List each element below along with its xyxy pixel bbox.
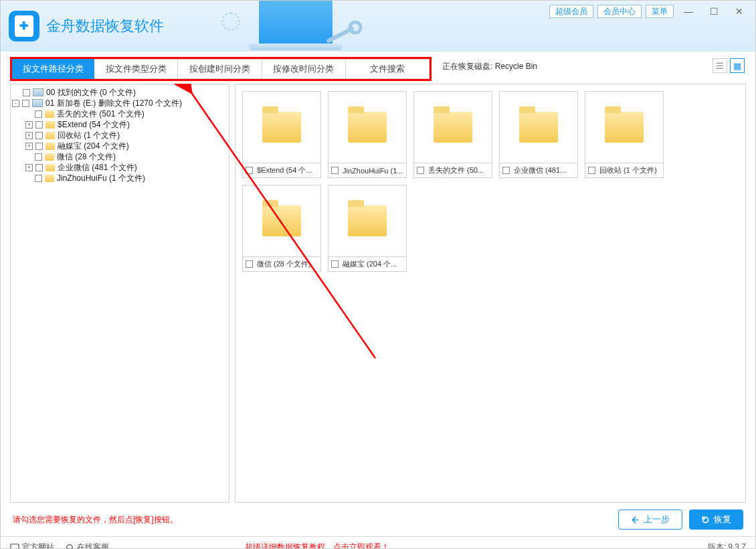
tree-label: 融媒宝 (204 个文件) — [58, 141, 129, 151]
prev-label: 上一步 — [644, 514, 670, 526]
card-label: 丢失的文件 (50... — [428, 165, 484, 175]
folder-icon — [348, 206, 387, 236]
folder-icon — [605, 112, 644, 143]
card-label: JinZhouHuiFu (1... — [343, 167, 403, 175]
folder-card[interactable]: 丢失的文件 (50... — [413, 91, 492, 178]
support-link[interactable]: 在线客服 — [65, 542, 109, 549]
tree-node-root1[interactable]: -01 新加卷 (E:) 删除文件 (1270 个文件) — [12, 98, 227, 108]
folder-icon — [519, 112, 558, 143]
disk-icon — [33, 88, 43, 96]
card-checkbox[interactable] — [246, 167, 253, 174]
tree-node-recycle[interactable]: +回收站 (1 个文件) — [12, 130, 227, 141]
menu-button[interactable]: 菜单 — [646, 5, 674, 18]
tree-label: 00 找到的文件 (0 个文件) — [46, 87, 136, 98]
close-button[interactable]: ✕ — [729, 5, 750, 18]
expand-icon[interactable]: + — [25, 132, 33, 139]
header-decoration — [221, 0, 333, 45]
card-checkbox[interactable] — [588, 167, 595, 174]
folder-card[interactable]: $Extend (54 个... — [242, 91, 321, 178]
list-view-toggle[interactable]: ☰ — [713, 58, 727, 73]
tab-by-path[interactable]: 按文件路径分类 — [12, 59, 94, 79]
folder-icon — [45, 164, 55, 171]
wrench-icon — [322, 21, 369, 34]
folder-icon — [348, 112, 387, 143]
app-header: 金舟数据恢复软件 超级会员 会员中心 菜单 — ☐ ✕ — [1, 1, 755, 52]
card-label: $Extend (54 个... — [257, 165, 312, 175]
logo-block: 金舟数据恢复软件 — [9, 11, 164, 42]
gear-icon — [221, 12, 240, 31]
tree-label: 微信 (28 个文件) — [57, 151, 116, 162]
tree-node-lost[interactable]: 丢失的文件 (501 个文件) — [12, 108, 227, 119]
folder-card[interactable]: 企业微信 (481... — [499, 91, 578, 178]
grid-view-toggle[interactable]: ▦ — [730, 58, 745, 73]
disk-icon — [32, 99, 43, 107]
expand-icon[interactable]: + — [25, 164, 33, 171]
app-title: 金舟数据恢复软件 — [46, 16, 164, 36]
header-buttons: 超级会员 会员中心 菜单 — ☐ ✕ — [549, 5, 750, 18]
hint-text: 请勾选您需要恢复的文件，然后点[恢复]按钮。 — [13, 514, 178, 526]
app-logo-icon — [9, 11, 39, 42]
tree-node-ent-wechat[interactable]: +企业微信 (481 个文件) — [12, 162, 227, 173]
svg-point-0 — [350, 22, 361, 33]
tutorial-link[interactable]: 超级详细数据恢复教程，点击立即观看！ — [245, 542, 389, 549]
card-checkbox[interactable] — [417, 167, 424, 174]
card-checkbox[interactable] — [502, 167, 510, 174]
folder-tree[interactable]: 00 找到的文件 (0 个文件) -01 新加卷 (E:) 删除文件 (1270… — [10, 84, 229, 503]
folder-icon — [434, 112, 472, 143]
site-label: 官方网站 — [22, 542, 54, 549]
tab-bar-area: 按文件路径分类 按文件类型分类 按创建时间分类 按修改时间分类 文件搜索 正在恢… — [1, 52, 755, 81]
tree-node-root0[interactable]: 00 找到的文件 (0 个文件) — [12, 87, 227, 98]
card-checkbox[interactable] — [331, 260, 339, 268]
main-area: 00 找到的文件 (0 个文件) -01 新加卷 (E:) 删除文件 (1270… — [1, 81, 755, 503]
maximize-button[interactable]: ☐ — [703, 5, 725, 18]
folder-card[interactable]: 微信 (28 个文件) — [242, 185, 321, 272]
minimize-button[interactable]: — — [678, 5, 699, 18]
refresh-icon — [701, 516, 710, 524]
svg-rect-2 — [11, 544, 19, 549]
tree-node-jinzhou[interactable]: JinZhouHuiFu (1 个文件) — [12, 173, 227, 183]
scan-status: 正在恢复磁盘: Recycle Bin — [442, 61, 537, 72]
tree-label: 回收站 (1 个文件) — [58, 130, 120, 141]
tree-label: 企业微信 (481 个文件) — [58, 162, 137, 173]
expand-icon[interactable]: + — [25, 121, 33, 129]
folder-icon — [262, 112, 301, 143]
folder-icon — [45, 175, 54, 182]
folder-icon — [45, 132, 55, 139]
folder-icon — [45, 143, 55, 150]
tab-by-created[interactable]: 按创建时间分类 — [178, 59, 262, 79]
recover-button[interactable]: 恢复 — [689, 509, 743, 530]
footer: 官方网站 在线客服 超级详细数据恢复教程，点击立即观看！ 版本: 9.3.7 — [1, 536, 755, 549]
card-label: 微信 (28 个文件) — [257, 259, 311, 269]
folder-card[interactable]: JinZhouHuiFu (1... — [328, 91, 407, 178]
tree-label: 01 新加卷 (E:) 删除文件 (1270 个文件) — [45, 98, 182, 108]
folder-card[interactable]: 回收站 (1 个文件) — [585, 91, 664, 178]
version-label: 版本: 9.3.7 — [708, 542, 746, 549]
tree-node-wechat[interactable]: 微信 (28 个文件) — [12, 151, 227, 162]
support-label: 在线客服 — [77, 542, 109, 549]
tab-by-modified[interactable]: 按修改时间分类 — [262, 59, 346, 79]
category-tabs: 按文件路径分类 按文件类型分类 按创建时间分类 按修改时间分类 文件搜索 — [10, 57, 432, 81]
content-grid: $Extend (54 个... JinZhouHuiFu (1... 丢失的文… — [235, 84, 746, 503]
card-checkbox[interactable] — [331, 167, 339, 174]
collapse-icon[interactable]: - — [12, 100, 19, 107]
folder-icon — [45, 153, 54, 161]
card-checkbox[interactable] — [246, 260, 253, 268]
card-label: 融媒宝 (204 个... — [343, 259, 397, 269]
back-arrow-icon — [631, 516, 640, 524]
prev-button[interactable]: 上一步 — [618, 509, 682, 530]
card-label: 回收站 (1 个文件) — [599, 165, 657, 175]
tree-node-rongmeibao[interactable]: +融媒宝 (204 个文件) — [12, 141, 227, 151]
tree-label: 丢失的文件 (501 个文件) — [57, 108, 145, 119]
official-site-link[interactable]: 官方网站 — [10, 542, 54, 549]
tab-file-search[interactable]: 文件搜索 — [346, 59, 430, 79]
tree-label: JinZhouHuiFu (1 个文件) — [57, 173, 145, 183]
vip-button[interactable]: 超级会员 — [549, 5, 593, 18]
card-label: 企业微信 (481... — [514, 165, 566, 175]
expand-icon[interactable]: + — [25, 143, 33, 150]
folder-card[interactable]: 融媒宝 (204 个... — [328, 185, 407, 272]
tree-node-extend[interactable]: +$Extend (54 个文件) — [12, 119, 227, 130]
member-center-button[interactable]: 会员中心 — [597, 5, 642, 18]
tab-by-type[interactable]: 按文件类型分类 — [94, 59, 178, 79]
folder-icon — [262, 206, 301, 236]
folder-icon — [45, 121, 55, 129]
